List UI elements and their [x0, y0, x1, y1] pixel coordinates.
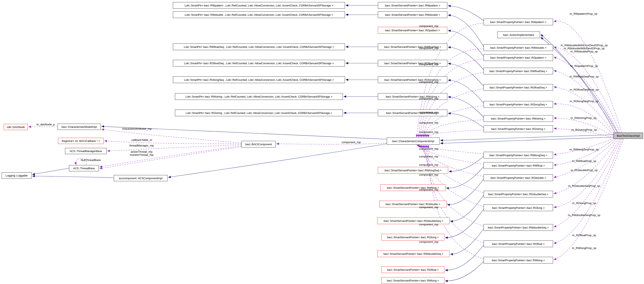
node-loki_rostring[interactable]: Loki::SmartPtr< baci::ROstring , Loki::R… [175, 110, 343, 116]
node-loki_rwdouble[interactable]: Loki::SmartPtr< baci::RWdouble , Loki::R… [173, 11, 345, 18]
edge-label-component_mp: component_mp [419, 80, 438, 83]
edge-label-m_ROstringProp_sp: m_ROstringProp_sp [572, 128, 597, 131]
node-label-sv_rofloat: baci::SmartServantPointer< baci::ROfloat… [387, 268, 438, 271]
node-sv_rwdouble[interactable]: baci::SmartServantPointer< baci::RWdoubl… [378, 11, 447, 18]
edge-label-actionThread_mp: actionThread_mp monitorThread_mp [130, 150, 154, 156]
node-label-pp_rwfloatseq: baci::SmartPropertyPointer< baci::RWfloa… [489, 70, 547, 73]
edge-label-m_RWdoubleSeqProp_sp: m_RWdoubleSeqProp_sp [568, 214, 600, 217]
edge-label-component_mp: component_mp [419, 147, 438, 150]
node-registrar[interactable]: Registrar< int, BACICallback * > [58, 138, 104, 144]
node-label-bacitest: BaciTestClassImpl [617, 134, 640, 137]
edge-label-m_RWlongSeqProp_sp: m_RWlongSeqProp_sp [570, 148, 599, 151]
edge-label-component_mp: component_mp [419, 97, 438, 100]
node-label-sv_ropattern: baci::SmartServantPointer< baci::ROpatte… [385, 29, 440, 32]
edge-label-component_mp: component_mp [419, 206, 438, 209]
node-sv_rwdoubleseq[interactable]: baci::SmartServantPointer< baci::RWdoubl… [377, 251, 450, 257]
node-loki_rwstring[interactable]: Loki::SmartPtr< baci::RWstring , Loki::R… [175, 93, 343, 100]
node-pp_rostring[interactable]: baci::SmartPropertyPointer< baci::ROstri… [484, 126, 553, 132]
node-pp_rwlong[interactable]: baci::SmartPropertyPointer< baci::RWlong… [484, 257, 553, 264]
edge-label-m_RWfloatSeqProp_sp: m_RWfloatSeqProp_sp [570, 75, 599, 78]
node-label-loki_rofloatseq: Loki::SmartPtr< baci::ROfloatSeq , Loki:… [184, 62, 334, 65]
node-loki_rwfloatseq[interactable]: Loki::SmartPtr< baci::RWfloatSeq , Loki:… [173, 43, 345, 50]
node-pp_rwstring[interactable]: baci::SmartPropertyPointer< baci::RWstri… [484, 115, 553, 122]
node-sv_rwlong[interactable]: baci::SmartServantPointer< baci::RWlong … [382, 277, 444, 284]
edge-baci_comp-to-thread_base [100, 147, 242, 169]
node-label-sv_rolong: baci::SmartServantPointer< baci::ROlong … [387, 236, 438, 239]
node-sv_ropattern[interactable]: baci::SmartServantPointer< baci::ROpatte… [378, 27, 447, 33]
node-label-loki_rwfloatseq: Loki::SmartPtr< baci::RWfloatSeq , Loki:… [184, 45, 334, 48]
node-pp_rodouble[interactable]: baci::SmartPropertyPointer< baci::ROdoub… [484, 174, 553, 181]
node-thread_base[interactable]: ACS::ThreadBase [69, 165, 99, 171]
node-loggable[interactable]: Logging::Loggable [2, 172, 32, 179]
node-label-loki_rostring: Loki::SmartPtr< baci::ROstring , Loki::R… [186, 111, 332, 115]
node-label-sv_rwdoubleseq: baci::SmartServantPointer< baci::RWdoubl… [384, 252, 443, 256]
edge-bacitest-to-char_comp [440, 135, 614, 140]
node-pp_rofloat[interactable]: baci::SmartPropertyPointer< baci::ROfloa… [484, 241, 553, 247]
edge-label-m_ROpatternProp_sp: m_ROpatternProp_sp [570, 64, 598, 67]
edge-acs_comp-to-loggable [32, 176, 114, 178]
node-label-sv_rwpattern: baci::SmartServantPointer< baci::RWpatte… [385, 4, 440, 7]
edge-pp_rolongseq-to-sv_rolongseq [448, 80, 484, 103]
node-label-pp_rodouble: baci::SmartPropertyPointer< baci::ROdoub… [490, 176, 546, 179]
node-model_impl[interactable]: baci::CharacteristicModelImpl [58, 124, 101, 130]
node-daonode[interactable]: cdb::DAONode [4, 124, 28, 130]
node-label-sv_rodouble: baci::SmartServantPointer< baci::ROdoubl… [386, 203, 440, 206]
edge-pp_rwdouble-to-sv_rwdouble [448, 15, 484, 46]
node-action_impl[interactable]: baci::ActionImplementator [498, 31, 540, 38]
node-acs_comp[interactable]: acscomponent::ACSComponentImpl [114, 175, 168, 181]
node-label-pp_ropattern: baci::SmartPropertyPointer< baci::ROpatt… [490, 56, 546, 59]
node-pp_rwfloat[interactable]: baci::SmartPropertyPointer< baci::RWfloa… [484, 162, 553, 169]
node-pp_rolongseq[interactable]: baci::SmartPropertyPointer< baci::ROlong… [484, 101, 553, 108]
node-pp_rwdouble[interactable]: baci::SmartPropertyPointer< baci::RWdoub… [484, 44, 553, 51]
edge-label-m_ROfloatProp_sp: m_ROfloatProp_sp [572, 234, 596, 237]
edge-label-m_ROdoubleProp_sp: m_ROdoubleProp_sp [571, 169, 598, 172]
collaboration-diagram: Loki::SmartPtr< baci::RWpattern , Loki::… [0, 0, 644, 284]
node-label-loki_rwdouble: Loki::SmartPtr< baci::RWdouble , Loki::R… [185, 13, 333, 16]
node-label-pp_rwdoubleseq: baci::SmartPropertyPointer< baci::RWdoub… [488, 226, 549, 229]
node-pp_ropattern[interactable]: baci::SmartPropertyPointer< baci::ROpatt… [484, 54, 553, 61]
node-sv_rwlongseq[interactable]: baci::SmartServantPointer< baci::RWlongS… [378, 167, 448, 174]
node-pp_rwlongseq[interactable]: baci::SmartPropertyPointer< baci::RWlong… [484, 152, 553, 158]
node-pp_rodoubleseq[interactable]: baci::SmartPropertyPointer< baci::ROdoub… [484, 191, 553, 197]
node-pp_rwfloatseq[interactable]: baci::SmartPropertyPointer< baci::RWfloa… [484, 68, 553, 74]
node-label-pp_rostring: baci::SmartPropertyPointer< baci::ROstri… [491, 127, 545, 130]
node-sv_rolong[interactable]: baci::SmartServantPointer< baci::ROlong … [382, 234, 444, 241]
node-label-daonode: cdb::DAONode [7, 126, 25, 129]
edge-baci_comp-to-thread_mgr [107, 145, 242, 151]
node-label-pp_rofloatseq: baci::SmartPropertyPointer< baci::ROfloa… [490, 86, 547, 89]
node-loki_rwpattern[interactable]: Loki::SmartPtr< baci::RWpattern , Loki::… [173, 2, 345, 9]
node-sv_rwpattern[interactable]: baci::SmartServantPointer< baci::RWpatte… [378, 2, 447, 9]
node-sv_rofloat[interactable]: baci::SmartServantPointer< baci::ROfloat… [382, 267, 444, 273]
edge-pp_rwfloatseq-to-sv_rwfloatseq [448, 47, 484, 70]
edge-pp_rwpattern-to-sv_rwpattern [448, 6, 484, 21]
node-pp_rofloatseq[interactable]: baci::SmartPropertyPointer< baci::ROfloa… [484, 84, 553, 91]
node-pp_rwpattern[interactable]: baci::SmartPropertyPointer< baci::RWpatt… [484, 19, 553, 25]
edge-pp_rwlong-to-sv_rwlong [445, 262, 484, 281]
node-label-pp_rwlongseq: baci::SmartPropertyPointer< baci::RWlong… [489, 154, 547, 157]
edge-pp_ropattern-to-sv_ropattern [448, 31, 484, 56]
node-label-action_impl: baci::ActionImplementator [503, 33, 534, 36]
node-label-pp_rofloat: baci::SmartPropertyPointer< baci::ROfloa… [492, 242, 545, 246]
edge-pp_rodoubleseq-to-sv_rodoubleseq [450, 195, 484, 221]
node-bacitest[interactable]: BaciTestClassImpl [614, 133, 643, 139]
node-char_comp[interactable]: baci::CharacteristicComponentImpl [387, 138, 440, 145]
edge-label-m_ROlongSeqProp_sp: m_ROlongSeqProp_sp [570, 100, 598, 103]
node-label-acs_comp: acscomponent::ACSComponentImpl [119, 177, 162, 180]
edge-label-component_mp: component_mp [419, 130, 438, 134]
edge-label-component_mp: component_mp [419, 173, 438, 176]
node-sv_rodoubleseq[interactable]: baci::SmartServantPointer< baci::ROdoubl… [377, 218, 450, 224]
edge-label-m_RWfloatProp_sp: m_RWfloatProp_sp [572, 160, 596, 163]
node-pp_rolong[interactable]: baci::SmartPropertyPointer< baci::ROlong… [484, 205, 553, 211]
node-loki_rofloatseq[interactable]: Loki::SmartPtr< baci::ROfloatSeq , Loki:… [173, 60, 345, 66]
node-label-pp_rolongseq: baci::SmartPropertyPointer< baci::ROlong… [490, 103, 547, 106]
edge-label-m_RWlongProp_sp: m_RWlongProp_sp [572, 247, 596, 250]
edge-baci_comp-to-model_impl [102, 129, 242, 143]
node-baci_comp[interactable]: baci::BACIComponent [242, 141, 276, 147]
node-thread_mgr[interactable]: ACS::ThreadManagerBase [65, 148, 106, 154]
node-pp_rwdoubleseq[interactable]: baci::SmartPropertyPointer< baci::RWdoub… [484, 224, 553, 231]
node-label-pp_rwlong: baci::SmartPropertyPointer< baci::RWlong… [492, 259, 545, 262]
node-label-sv_rwdouble: baci::SmartServantPointer< baci::RWdoubl… [385, 13, 440, 16]
edge-char_comp-to-baci_comp [276, 143, 387, 144]
node-loki_rolongseq[interactable]: Loki::SmartPtr< baci::ROlongSeq , Loki::… [173, 76, 345, 83]
edge-pp_rwstring-to-sv_rwstring [448, 97, 484, 117]
